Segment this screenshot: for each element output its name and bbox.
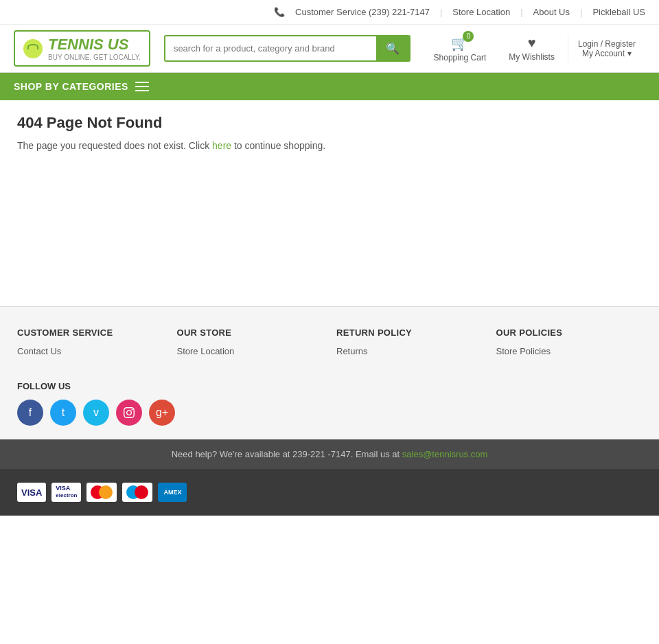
footer-help-text: Need help? We're available at 239-221 -7… <box>172 449 400 459</box>
twitter-icon[interactable]: t <box>50 400 76 426</box>
separator2: | <box>520 7 522 17</box>
payment-section: VISA VISAelectron AMEX <box>0 469 659 516</box>
social-icons: f t v g+ <box>17 400 642 426</box>
category-nav: SHOP BY CATEGORIES <box>0 73 659 100</box>
customer-service-heading: CUSTOMER SERVICE <box>17 327 163 338</box>
footer-email-link[interactable]: sales@tennisrus.com <box>402 449 487 459</box>
logo-text: TENNIS US <box>48 36 128 53</box>
follow-us-section: FOLLOW US f t v g+ <box>17 381 642 426</box>
maestro-card-icon <box>122 483 152 502</box>
contact-us-link[interactable]: Contact Us <box>17 346 163 356</box>
separator1: | <box>440 7 442 17</box>
main-content: 404 Page Not Found The page you requeste… <box>0 100 659 306</box>
logo-subtext: BUY ONLINE. GET LOCALLY. <box>48 54 141 61</box>
phone-icon: 📞 <box>274 7 285 17</box>
footer-our-store: OUR STORE Store Location <box>177 327 323 360</box>
my-account-dropdown[interactable]: My Account ▾ <box>582 49 632 58</box>
return-policy-heading: RETURN POLICY <box>336 327 483 338</box>
logo-ball-icon <box>23 39 43 58</box>
customer-service-label: Customer Service (239) 221-7147 <box>295 7 430 17</box>
wishlist-icon: ♥ <box>528 35 536 51</box>
cart-label: Shopping Cart <box>434 53 487 62</box>
footer-bottom: Need help? We're available at 239-221 -7… <box>0 439 659 469</box>
logo-box: TENNIS US BUY ONLINE. GET LOCALLY. <box>14 30 150 67</box>
cart-button[interactable]: 🛒 0 Shopping Cart <box>424 31 496 67</box>
header-actions: 🛒 0 Shopping Cart ♥ My Wishlists Login /… <box>424 31 645 67</box>
page-title: 404 Page Not Found <box>17 114 642 132</box>
wishlist-label: My Wishlists <box>509 52 555 62</box>
chevron-down-icon: ▾ <box>627 49 632 58</box>
page-message-end: to continue shopping. <box>234 140 325 151</box>
follow-us-heading: FOLLOW US <box>17 381 642 391</box>
logo-container: TENNIS US BUY ONLINE. GET LOCALLY. <box>14 30 150 67</box>
search-button[interactable]: 🔍 <box>376 36 409 60</box>
account-button[interactable]: Login / Register My Account ▾ <box>568 35 645 62</box>
about-us-link[interactable]: About Us <box>533 7 570 17</box>
our-policies-heading: OUR POLICIES <box>496 327 643 338</box>
here-link[interactable]: here <box>212 140 231 151</box>
store-location-link[interactable]: Store Location <box>452 7 510 17</box>
my-account-label: My Account <box>582 49 625 58</box>
instagram-icon[interactable] <box>116 400 142 426</box>
store-location-footer-link[interactable]: Store Location <box>177 346 323 356</box>
search-bar: 🔍 <box>164 35 411 62</box>
page-message-text: The page you requested does not exist. C… <box>17 140 209 151</box>
visa-electron-card-icon: VISAelectron <box>51 483 81 502</box>
facebook-icon[interactable]: f <box>17 400 43 426</box>
vimeo-icon[interactable]: v <box>83 400 109 426</box>
top-bar: 📞 Customer Service (239) 221-7147 | Stor… <box>0 0 659 25</box>
hamburger-icon <box>135 82 149 91</box>
top-bar-links: 📞 Customer Service (239) 221-7147 | Stor… <box>274 7 645 17</box>
cart-badge: 0 <box>463 31 474 42</box>
pickleball-link[interactable]: Pickleball US <box>592 7 645 17</box>
footer-return-policy: RETURN POLICY Returns <box>336 327 483 360</box>
wishlist-button[interactable]: ♥ My Wishlists <box>499 31 564 66</box>
returns-link[interactable]: Returns <box>336 346 483 356</box>
separator3: | <box>580 7 582 17</box>
footer-customer-service: CUSTOMER SERVICE Contact Us <box>17 327 163 360</box>
store-policies-link[interactable]: Store Policies <box>496 346 643 356</box>
shop-by-categories-button[interactable]: SHOP BY CATEGORIES <box>0 73 163 100</box>
visa-card-icon: VISA <box>17 483 46 502</box>
header: TENNIS US BUY ONLINE. GET LOCALLY. 🔍 🛒 0… <box>0 25 659 73</box>
shop-by-categories-label: SHOP BY CATEGORIES <box>14 81 128 92</box>
login-register-label: Login / Register <box>578 39 636 49</box>
googleplus-icon[interactable]: g+ <box>149 400 175 426</box>
footer-grid: CUSTOMER SERVICE Contact Us OUR STORE St… <box>17 327 642 360</box>
mastercard-icon <box>86 483 117 502</box>
footer: CUSTOMER SERVICE Contact Us OUR STORE St… <box>0 306 659 439</box>
logo-text-block: TENNIS US BUY ONLINE. GET LOCALLY. <box>48 36 141 61</box>
amex-card-icon: AMEX <box>158 483 187 502</box>
footer-our-policies: OUR POLICIES Store Policies <box>496 327 643 360</box>
cart-icon: 🛒 0 <box>451 35 468 51</box>
our-store-heading: OUR STORE <box>177 327 323 338</box>
page-message: The page you requested does not exist. C… <box>17 140 642 151</box>
search-input[interactable] <box>165 36 376 60</box>
